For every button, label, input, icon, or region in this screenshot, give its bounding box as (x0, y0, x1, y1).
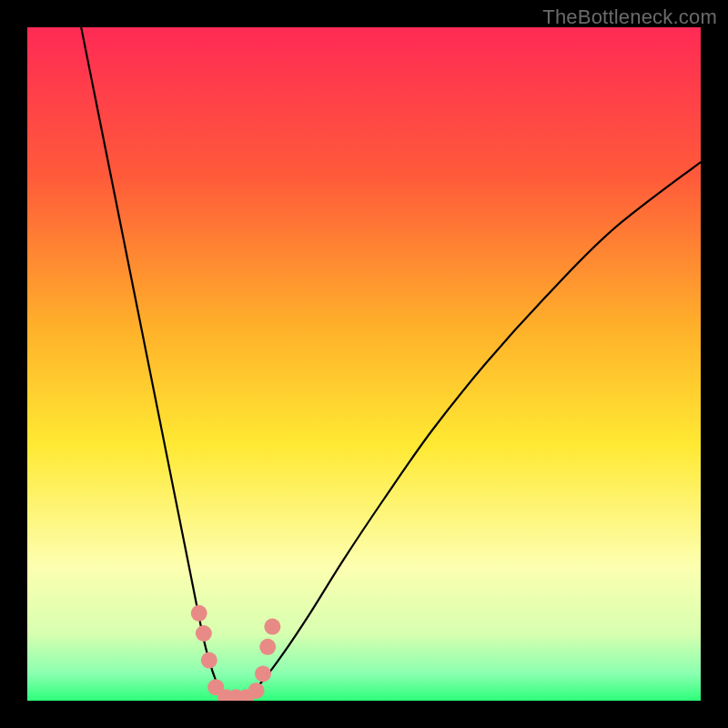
chart-svg (27, 27, 701, 701)
gradient-background (27, 27, 701, 701)
marker-dot (201, 652, 217, 669)
marker-dot (264, 619, 280, 635)
chart-plot-area (27, 27, 701, 701)
marker-dot (248, 682, 265, 699)
marker-dot (196, 625, 212, 642)
marker-dot (259, 639, 276, 655)
marker-dot (255, 665, 271, 682)
marker-dot (191, 605, 207, 622)
watermark-text: TheBottleneck.com (542, 5, 717, 29)
